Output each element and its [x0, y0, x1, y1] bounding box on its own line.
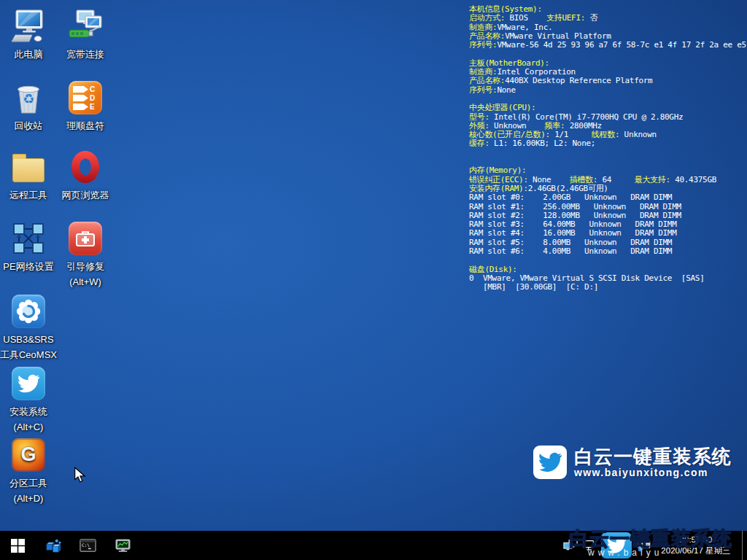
brand-logo: 白云一键重装系统 www.baiyunxitong.com [533, 446, 732, 479]
recycle-bin-icon: ♻ [11, 80, 46, 115]
clock-time: 20:57:30 [653, 534, 739, 545]
drive-letter-tool-icon: C D E [68, 80, 103, 115]
pinned-registry-editor-button[interactable] [35, 531, 70, 560]
pinned-task-manager-button[interactable] [105, 531, 140, 560]
folder-icon [11, 149, 46, 184]
network-tray-icon[interactable] [580, 531, 599, 560]
desktop-icon-label: 分区工具 (Alt+D) [0, 475, 59, 506]
desktop-icon-drive-letter-tool[interactable]: C D E 理顺盘符 [55, 80, 116, 133]
desktop-icon-label: 此电脑 [0, 47, 59, 62]
desktop-icon-label: 理顺盘符 [55, 118, 116, 133]
oneclick-reinstall-tray-button[interactable] [601, 532, 632, 559]
taskbar: C:\ [0, 531, 747, 560]
desktop-icon-label: PE网络设置 [0, 259, 59, 274]
desktop-icon-boot-repair[interactable]: 引导修复 (Alt+W) [55, 221, 116, 289]
start-button[interactable] [0, 531, 35, 560]
install-system-bird-icon [11, 366, 46, 401]
desktop-icon-partition-tool[interactable]: G 分区工具 (Alt+D) [0, 438, 59, 506]
opera-browser-icon [68, 149, 103, 184]
clock-date: 2020/06/17 星期三 [653, 545, 739, 556]
system-info-text: 本机信息(System):启动方式: BIOS 支持UEFI: 否制造商:VMw… [469, 5, 746, 292]
first-aid-icon [68, 221, 103, 256]
desktop-icon-label: 回收站 [0, 118, 59, 133]
registry-cubes-icon [44, 537, 61, 554]
command-prompt-icon: C:\ [80, 537, 96, 554]
desktop-icon-label: 远程工具 [0, 187, 59, 203]
brand-bird-icon [533, 446, 567, 479]
pinned-command-prompt-button[interactable]: C:\ [70, 531, 105, 560]
desktop-icon-install-system[interactable]: 安装系统 (Alt+C) [0, 366, 59, 435]
system-tray: ? 20:57:30 2020/06/17 星期三 [561, 531, 747, 560]
brand-title: 白云一键重装系统 [574, 446, 732, 467]
desktop-icon-label: 宽带连接 [55, 47, 116, 62]
desktop-icon-remote-tools[interactable]: 远程工具 [0, 149, 59, 203]
task-manager-icon [115, 537, 131, 554]
desktop-icon-label: 安装系统 (Alt+C) [0, 404, 59, 435]
desktop-icon-label: 网页浏览器 [55, 187, 116, 203]
desktop-icon-label: 引导修复 (Alt+W) [55, 259, 116, 289]
input-method-icon[interactable]: ? [634, 531, 653, 560]
svg-text:C:\: C:\ [81, 542, 89, 547]
show-desktop-button[interactable] [742, 531, 747, 560]
windows-logo-icon [11, 539, 25, 553]
this-pc-icon [11, 9, 46, 44]
taskbar-clock[interactable]: 20:57:30 2020/06/17 星期三 [653, 534, 742, 556]
desktop-wallpaper: 此电脑 宽带连接 [0, 0, 747, 531]
diskgenius-letter: G [12, 443, 45, 466]
usb3-srs-tool-icon [11, 294, 46, 329]
network-settings-icon [11, 221, 46, 256]
diskgenius-icon: G [11, 438, 46, 472]
desktop-icon-web-browser[interactable]: 网页浏览器 [55, 149, 116, 203]
svg-text:?: ? [639, 548, 641, 551]
display-switch-tray-icon[interactable] [561, 531, 580, 560]
bird-icon [607, 536, 626, 555]
desktop-icon-this-pc[interactable]: 此电脑 [0, 9, 59, 62]
brand-url: www.baiyunxitong.com [574, 467, 732, 479]
broadband-icon [68, 9, 103, 44]
recycle-symbol-glyph: ♻ [11, 91, 46, 106]
desktop-icon-label: USB3&SRS 工具CeoMSX [0, 332, 59, 362]
desktop-icon-recycle-bin[interactable]: ♻ 回收站 [0, 80, 59, 133]
desktop-icon-broadband[interactable]: 宽带连接 [55, 9, 116, 62]
desktop-icon-pe-network-settings[interactable]: PE网络设置 [0, 221, 59, 274]
desktop-icon-usb3-srs-tool[interactable]: USB3&SRS 工具CeoMSX [0, 294, 59, 362]
